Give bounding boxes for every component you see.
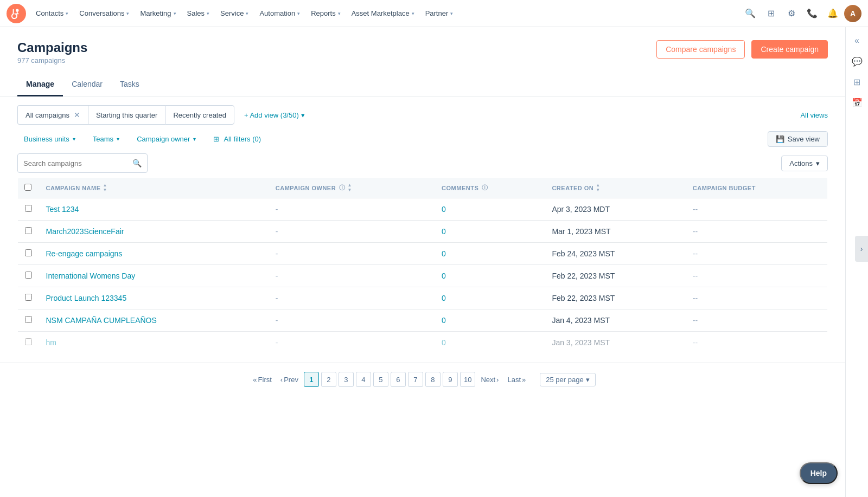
last-page-button[interactable]: Last » bbox=[504, 372, 529, 387]
tab-calendar[interactable]: Calendar bbox=[63, 73, 111, 96]
help-button[interactable]: Help bbox=[800, 462, 838, 484]
grid-icon[interactable]: ⊞ bbox=[848, 73, 866, 91]
nav-service[interactable]: Service ▾ bbox=[215, 0, 254, 27]
nav-sales[interactable]: Sales ▾ bbox=[182, 0, 215, 27]
user-avatar[interactable]: A bbox=[844, 5, 861, 22]
page-button-6[interactable]: 6 bbox=[391, 372, 406, 387]
comments-link[interactable]: 0 bbox=[442, 205, 446, 214]
page-button-1[interactable]: 1 bbox=[304, 372, 319, 387]
compare-campaigns-button[interactable]: Compare campaigns bbox=[656, 40, 745, 59]
sort-icon[interactable]: ▲ ▼ bbox=[596, 183, 600, 192]
page-button-2[interactable]: 2 bbox=[321, 372, 336, 387]
collapse-panel-icon[interactable]: « bbox=[848, 31, 866, 50]
all-filters-button[interactable]: ⊞ All filters (0) bbox=[207, 132, 267, 146]
page-button-7[interactable]: 7 bbox=[408, 372, 423, 387]
next-page-button[interactable]: Next › bbox=[477, 372, 502, 387]
campaign-name-link[interactable]: NSM CAMPAÑA CUMPLEAÑOS bbox=[46, 316, 157, 325]
row-checkbox-cell bbox=[18, 198, 40, 221]
business-units-filter[interactable]: Business units ▾ bbox=[17, 132, 82, 146]
search-icon[interactable]: 🔍 bbox=[741, 4, 760, 23]
nav-partner[interactable]: Partner ▾ bbox=[420, 0, 459, 27]
all-views-button[interactable]: All views bbox=[800, 111, 828, 119]
campaign-name-cell: hm bbox=[40, 332, 269, 354]
comments-cell: 0 bbox=[435, 243, 545, 265]
chevron-down-icon: ▾ bbox=[816, 159, 820, 167]
nav-marketing[interactable]: Marketing ▾ bbox=[135, 0, 181, 27]
nav-contacts[interactable]: Contacts ▾ bbox=[30, 0, 74, 27]
actions-button[interactable]: Actions ▾ bbox=[781, 156, 828, 171]
campaign-name-link[interactable]: International Womens Day bbox=[46, 272, 136, 280]
row-checkbox[interactable] bbox=[25, 272, 32, 279]
notifications-icon[interactable]: 🔔 bbox=[824, 4, 842, 23]
campaign-name-link[interactable]: hm bbox=[46, 338, 56, 347]
tab-tasks[interactable]: Tasks bbox=[111, 73, 148, 96]
campaign-name-link[interactable]: Re-engage campaigns bbox=[46, 249, 123, 258]
campaign-name-link[interactable]: Product Launch 123345 bbox=[46, 294, 127, 302]
sort-icon[interactable]: ▲ ▼ bbox=[348, 183, 352, 192]
apps-icon[interactable]: ⊞ bbox=[762, 4, 780, 23]
budget-cell: -- bbox=[686, 198, 828, 221]
created-on-cell: Apr 3, 2023 MDT bbox=[545, 198, 686, 221]
comments-link[interactable]: 0 bbox=[442, 249, 446, 258]
close-icon[interactable]: ✕ bbox=[74, 111, 80, 119]
info-icon[interactable]: ⓘ bbox=[482, 184, 488, 192]
per-page-button[interactable]: 25 per page ▾ bbox=[540, 373, 595, 386]
page-button-10[interactable]: 10 bbox=[460, 372, 475, 387]
created-on-cell: Jan 3, 2023 MST bbox=[545, 332, 686, 354]
page-button-4[interactable]: 4 bbox=[356, 372, 371, 387]
settings-icon[interactable]: ⚙ bbox=[782, 4, 801, 23]
comments-link[interactable]: 0 bbox=[442, 338, 446, 347]
teams-filter[interactable]: Teams ▾ bbox=[86, 132, 126, 146]
campaigns-table: Campaign Name ▲ ▼ Campaign Owner ⓘ bbox=[17, 177, 828, 354]
page-button-9[interactable]: 9 bbox=[443, 372, 458, 387]
table-row: International Womens Day - 0 Feb 22, 202… bbox=[18, 265, 828, 287]
scroll-right-button[interactable]: › bbox=[855, 236, 868, 262]
chevron-down-icon: ▾ bbox=[73, 136, 75, 142]
page-button-5[interactable]: 5 bbox=[373, 372, 388, 387]
comments-link[interactable]: 0 bbox=[442, 272, 446, 280]
nav-reports[interactable]: Reports ▾ bbox=[305, 0, 346, 27]
row-checkbox[interactable] bbox=[25, 316, 32, 323]
first-page-button[interactable]: « First bbox=[250, 372, 275, 387]
phone-icon[interactable]: 📞 bbox=[803, 4, 821, 23]
search-input[interactable] bbox=[23, 159, 128, 167]
row-checkbox[interactable] bbox=[25, 338, 32, 345]
filter-pill-starting-quarter[interactable]: Starting this quarter bbox=[88, 105, 165, 125]
select-all-checkbox[interactable] bbox=[24, 184, 31, 191]
nav-conversations[interactable]: Conversations ▾ bbox=[74, 0, 135, 27]
add-view-button[interactable]: + Add view (3/50) ▾ bbox=[237, 105, 312, 125]
nav-automation[interactable]: Automation ▾ bbox=[254, 0, 305, 27]
row-checkbox[interactable] bbox=[25, 249, 32, 256]
filter-bar: All campaigns ✕ Starting this quarter Re… bbox=[0, 96, 845, 125]
header-checkbox-cell bbox=[18, 178, 40, 198]
campaign-name-link[interactable]: Test 1234 bbox=[46, 205, 79, 214]
row-checkbox[interactable] bbox=[25, 227, 32, 234]
hubspot-logo[interactable] bbox=[7, 4, 26, 23]
create-campaign-button[interactable]: Create campaign bbox=[751, 40, 828, 59]
chevron-down-icon: ▾ bbox=[126, 11, 129, 16]
chevron-down-icon: ▾ bbox=[301, 111, 305, 119]
info-icon[interactable]: ⓘ bbox=[339, 184, 346, 192]
row-checkbox[interactable] bbox=[25, 294, 32, 301]
page-button-8[interactable]: 8 bbox=[425, 372, 441, 387]
comments-link[interactable]: 0 bbox=[442, 316, 446, 325]
save-view-button[interactable]: 💾 Save view bbox=[768, 131, 828, 147]
calendar-small-icon[interactable]: 📅 bbox=[848, 93, 866, 112]
prev-page-button[interactable]: ‹ Prev bbox=[277, 372, 302, 387]
nav-asset-marketplace[interactable]: Asset Marketplace ▾ bbox=[346, 0, 420, 27]
pagination: « First ‹ Prev 1 2 3 4 5 6 7 8 9 10 Next… bbox=[0, 363, 845, 396]
row-checkbox[interactable] bbox=[25, 205, 32, 212]
page-button-3[interactable]: 3 bbox=[339, 372, 354, 387]
comments-link[interactable]: 0 bbox=[442, 294, 446, 302]
tab-manage[interactable]: Manage bbox=[17, 73, 63, 96]
chevron-down-icon: ▾ bbox=[586, 376, 590, 384]
search-icon[interactable]: 🔍 bbox=[132, 159, 142, 167]
campaign-name-link[interactable]: March2023ScienceFair bbox=[46, 227, 124, 236]
sort-icon[interactable]: ▲ ▼ bbox=[103, 183, 107, 192]
filter-pill-all-campaigns[interactable]: All campaigns ✕ bbox=[17, 105, 88, 125]
chevron-down-icon: ▾ bbox=[246, 11, 248, 16]
comments-link[interactable]: 0 bbox=[442, 227, 446, 236]
campaign-owner-filter[interactable]: Campaign owner ▾ bbox=[130, 132, 202, 146]
chat-icon[interactable]: 💬 bbox=[848, 52, 866, 70]
filter-pill-recently-created[interactable]: Recently created bbox=[165, 105, 234, 125]
